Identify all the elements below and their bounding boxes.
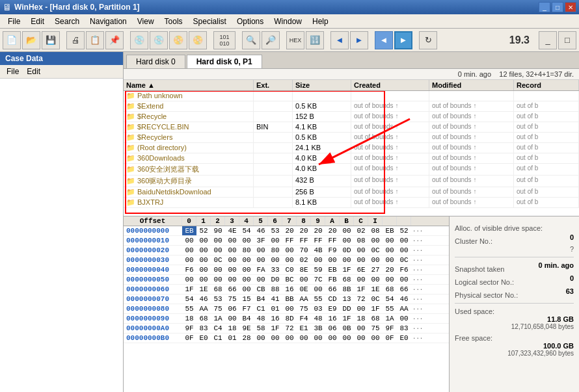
back-button[interactable]: ◄ — [375, 31, 393, 49]
hex-row[interactable]: 00000000B00FE0C101280000000000000000000F… — [124, 333, 449, 343]
minimize-button[interactable]: _ — [539, 2, 550, 12]
table-row[interactable]: 📁(Root directory) 24.1 KB out of bounds … — [124, 143, 579, 153]
table-row[interactable]: 📁360安全浏览器下载 4.0 KB out of bounds ↑ out o… — [124, 164, 579, 176]
bits-button[interactable]: 101010 — [213, 31, 236, 49]
close-button[interactable]: ✕ — [565, 2, 576, 12]
hex-button[interactable]: HEX — [286, 31, 304, 49]
hex-row[interactable]: 000000009018681A00B448168DF448161F18681A… — [124, 314, 449, 324]
left-file-menu[interactable]: File — [3, 66, 23, 77]
menu-item-navigation[interactable]: Navigation — [85, 16, 132, 27]
table-row[interactable]: 📁Path unknown — [124, 91, 579, 101]
restore-button[interactable]: □ — [552, 2, 563, 12]
file-record: out of b — [514, 153, 579, 163]
disk-button[interactable]: 💿 — [130, 31, 148, 49]
hex-row[interactable]: 00000000601F1E686600CB88160E00668B1F1E68… — [124, 285, 449, 294]
search2-button[interactable]: 🔎 — [262, 31, 280, 49]
hex-cell: 00 — [254, 246, 268, 255]
winctrl-max[interactable]: □ — [558, 31, 576, 49]
open-button[interactable]: 📂 — [22, 31, 40, 49]
hex-offset: 0000000080 — [124, 304, 182, 313]
hex-display[interactable]: Offset 0 1 2 3 4 5 6 7 8 9 A B C — [124, 216, 449, 392]
hex-row[interactable]: 0000000000EB52904E54465320202020000208EB… — [124, 226, 449, 236]
hex-cell: 00 — [368, 236, 383, 245]
table-row[interactable]: 📁360驱动大师目录 432 B out of bounds ↑ out of … — [124, 176, 579, 187]
hex-ascii: ... — [411, 314, 431, 323]
nav-right-button[interactable]: ► — [350, 31, 368, 49]
cluster-q: ? — [455, 245, 574, 253]
hex-col-4: 4 — [239, 216, 254, 226]
hex-cell: 20 — [325, 226, 340, 235]
hex-row[interactable]: 0000000040F600000000FA33C08E59EB1F6E2720… — [124, 265, 449, 275]
menu-item-window[interactable]: Window — [269, 16, 307, 27]
winctrl-min[interactable]: _ — [539, 31, 557, 49]
hex-row[interactable]: 000000001000000000003F00FFFFFFFF00080000… — [124, 236, 449, 246]
menu-item-view[interactable]: View — [132, 16, 159, 27]
hex-cell: E0 — [397, 333, 411, 343]
hex-cell: AA — [196, 304, 211, 313]
hex-cell: F7 — [239, 304, 254, 313]
menu-item-edit[interactable]: Edit — [25, 16, 49, 27]
calc-button[interactable]: 🔢 — [306, 31, 324, 49]
print-button[interactable]: 🖨 — [66, 31, 85, 49]
hex-col-A: A — [325, 216, 340, 226]
hex-row[interactable]: 0000000050000000000000D0BC007CFB68000000… — [124, 275, 449, 285]
table-row[interactable]: 📁$RECYCLE.BIN BIN 4.1 KB out of bounds ↑… — [124, 122, 579, 133]
hex-ascii: ... — [411, 275, 431, 284]
menu-item-help[interactable]: Help — [307, 16, 334, 27]
col-record[interactable]: Record — [514, 80, 579, 90]
hex-row[interactable]: 000000008055AA7506F7C101007503E9DD001F55… — [124, 304, 449, 314]
hex-row[interactable]: 00000000200000000080008000704BF90D000C00… — [124, 246, 449, 255]
col-ext[interactable]: Ext. — [254, 80, 293, 90]
hex-cell: 48 — [254, 314, 268, 323]
paste-button[interactable]: 📌 — [105, 31, 124, 49]
forward-button[interactable]: ► — [394, 31, 412, 49]
hex-row[interactable]: 000000003000000C000000000002000000000000… — [124, 255, 449, 265]
hex-cell: 27 — [368, 265, 383, 274]
nav-left-button[interactable]: ◄ — [330, 31, 349, 49]
search-button[interactable]: 🔍 — [242, 31, 260, 49]
new-button[interactable]: 📄 — [3, 31, 21, 49]
file-created — [351, 91, 429, 101]
copy-button[interactable]: 📋 — [86, 31, 104, 49]
table-row[interactable]: 📁360Downloads 4.0 KB out of bounds ↑ out… — [124, 153, 579, 164]
table-row[interactable]: 📁$Recycle 152 B out of bounds ↑ out of b… — [124, 112, 579, 122]
disk3-button[interactable]: 📀 — [169, 31, 187, 49]
hex-cell: 03 — [311, 304, 325, 313]
hex-cell: DD — [340, 304, 354, 313]
hex-ascii: ... — [411, 324, 431, 333]
table-row[interactable]: 📁$Extend 0.5 KB out of bounds ↑ out of b… — [124, 101, 579, 112]
hex-cell: 68 — [196, 314, 211, 323]
hex-row[interactable]: 00000000A09F83C4189E581F72E13B060B00759F… — [124, 324, 449, 333]
disk4-button[interactable]: 📀 — [189, 31, 207, 49]
col-modified[interactable]: Modified — [429, 80, 514, 90]
disk2-button[interactable]: 💿 — [150, 31, 168, 49]
hex-cell: 0C — [368, 246, 383, 255]
hex-cell: 00 — [368, 275, 383, 284]
table-row[interactable]: 📁BaiduNetdiskDownload 256 B out of bound… — [124, 187, 579, 198]
table-row[interactable]: 📁BJXTRJ 8.1 KB out of bounds ↑ out of bo… — [124, 198, 579, 208]
table-row[interactable]: 📁$Recyclers 0.5 KB out of bounds ↑ out o… — [124, 133, 579, 143]
hex-cell: FF — [297, 236, 311, 245]
menu-item-search[interactable]: Search — [49, 16, 85, 27]
col-size[interactable]: Size — [293, 80, 351, 90]
hex-cell: 08 — [368, 226, 383, 235]
left-edit-menu[interactable]: Edit — [23, 66, 44, 77]
menu-item-file[interactable]: File — [3, 16, 25, 27]
col-created[interactable]: Created — [351, 80, 429, 90]
file-record: out of b — [514, 176, 579, 187]
refresh-button[interactable]: ↻ — [419, 31, 437, 49]
hex-cell: 00 — [196, 275, 211, 284]
hex-cell: 0C — [211, 255, 225, 265]
hex-cell: FF — [325, 236, 340, 245]
save-button[interactable]: 💾 — [42, 31, 60, 49]
file-name: 📁$Recycle — [124, 112, 254, 122]
menu-item-options[interactable]: Options — [232, 16, 269, 27]
col-name[interactable]: Name ▲ — [124, 80, 254, 90]
menu-item-specialist[interactable]: Specialist — [188, 16, 232, 27]
hex-cell: EB — [325, 265, 340, 274]
menu-item-tools[interactable]: Tools — [159, 16, 188, 27]
hex-col-7: 7 — [282, 216, 297, 226]
tab-harddisk0-p1[interactable]: Hard disk 0, P1 — [187, 55, 262, 68]
tab-harddisk0[interactable]: Hard disk 0 — [126, 55, 185, 68]
hex-row[interactable]: 00000000705446537515B441BBAA55CD13720C54… — [124, 294, 449, 304]
